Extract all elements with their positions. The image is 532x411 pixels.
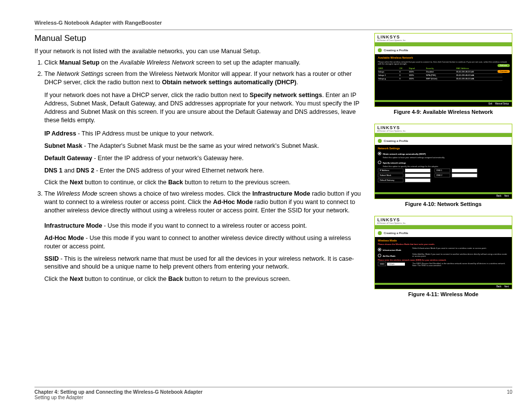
gateway-input[interactable] xyxy=(405,178,431,182)
header-rule xyxy=(34,30,512,30)
connect-button[interactable]: Connect xyxy=(498,70,510,73)
refresh-button[interactable]: Refresh xyxy=(498,64,510,67)
figure-4-10-caption: Figure 4-10: Network Settings xyxy=(374,201,512,207)
step-1: Click Manual Setup on the Available Wire… xyxy=(44,59,365,67)
network-table: SSIDCHSignalSecurityMAC Address linksys6… xyxy=(378,67,502,81)
adhoc-radio[interactable] xyxy=(378,254,381,257)
specify-radio[interactable] xyxy=(378,161,381,164)
step-2: The Network Settings screen from the Wir… xyxy=(44,70,365,187)
infrastructure-radio[interactable] xyxy=(378,248,381,251)
back-link[interactable]: Back xyxy=(497,195,501,197)
ip-input[interactable] xyxy=(405,169,431,172)
product-header: Wireless-G Notebook Adapter with RangeBo… xyxy=(34,20,512,26)
section-title: Manual Setup xyxy=(34,33,365,44)
main-text-column: Manual Setup If your network is not list… xyxy=(34,33,365,306)
next-link[interactable]: Next xyxy=(504,285,509,288)
page-number: 10 xyxy=(507,389,512,400)
back-link[interactable]: Back xyxy=(497,285,501,288)
dns1-input[interactable] xyxy=(452,169,477,172)
dhcp-radio[interactable] xyxy=(378,152,381,155)
subnet-input[interactable] xyxy=(405,173,431,177)
figure-column: LINKSYS A Division of Cisco Systems, Inc… xyxy=(374,33,512,306)
figure-4-9-screenshot: LINKSYS A Division of Cisco Systems, Inc… xyxy=(374,33,512,107)
step-3: The Wireless Mode screen shows a choice … xyxy=(44,190,365,283)
exit-link[interactable]: Exit xyxy=(489,103,493,105)
ssid-input[interactable]: linksys xyxy=(387,263,405,266)
profile-icon xyxy=(378,48,382,52)
figure-4-11-screenshot: LINKSYS A Division of Cisco Systems, Inc… xyxy=(374,216,512,290)
figure-4-9-caption: Figure 4-9: Available Wireless Network xyxy=(374,109,512,115)
figure-4-10-screenshot: LINKSYS A Division of Cisco Systems, Inc… xyxy=(374,124,512,199)
dns2-input[interactable] xyxy=(452,173,477,177)
figure-4-11-caption: Figure 4-11: Wireless Mode xyxy=(374,291,512,297)
page-footer: Chapter 4: Setting up and Connecting the… xyxy=(34,387,512,400)
intro-paragraph: If your network is not listed with the a… xyxy=(34,47,365,56)
manual-setup-link[interactable]: Manual Setup xyxy=(495,103,509,105)
next-link[interactable]: Next xyxy=(504,195,509,197)
